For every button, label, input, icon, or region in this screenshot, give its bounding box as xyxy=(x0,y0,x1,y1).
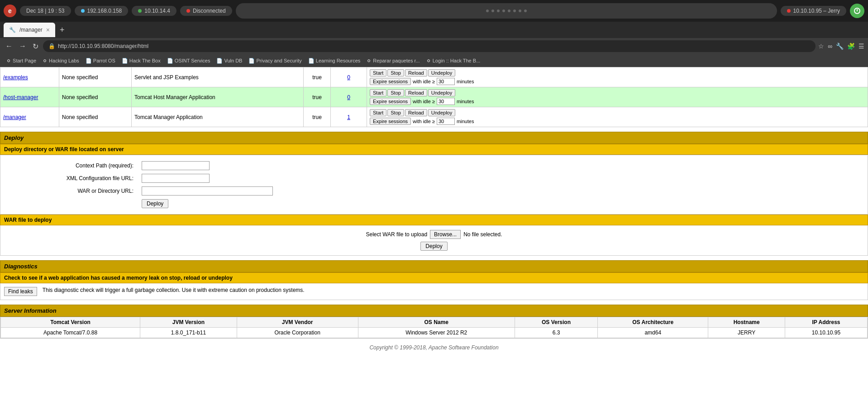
manager-link[interactable]: /manager xyxy=(3,114,26,120)
deploy-form-table: Context Path (required): XML Configurati… xyxy=(0,155,868,214)
hostmanager-sessions[interactable]: 0 xyxy=(347,94,350,100)
hostmanager-undeploy-button[interactable]: Undeploy xyxy=(428,89,455,96)
bookmark-learning[interactable]: 📄 Learning Resources xyxy=(305,57,363,65)
bookmark-login[interactable]: ⭘ Login :: Hack The B... xyxy=(424,57,483,64)
examples-expire-button[interactable]: Expire sessions xyxy=(370,78,411,85)
hostmanager-idle-input[interactable] xyxy=(437,98,455,105)
ip2-label: 10.10.14.4 xyxy=(144,8,170,14)
hostmanager-expire-button[interactable]: Expire sessions xyxy=(370,98,411,105)
bookmark-startpage[interactable]: ⭘ Start Page xyxy=(4,57,39,64)
datetime-pill: Dec 18 | 19 : 53 xyxy=(20,6,71,16)
examples-start-button[interactable]: Start xyxy=(370,69,386,76)
menu-icon[interactable]: ☰ xyxy=(858,43,864,50)
examples-with-idle-label: with idle ≥ xyxy=(413,79,435,84)
datetime-label: Dec 18 | 19 : 53 xyxy=(26,8,65,14)
manager-description: Tomcat Manager Application xyxy=(134,114,203,120)
bookmarks-bar: ⭘ Start Page ⭘ Hacking Labs 📄 Parrot OS … xyxy=(0,54,868,67)
hostmanager-minutes-label: minutes xyxy=(457,99,474,104)
bookmark-privacy[interactable]: 📄 Privacy and Security xyxy=(246,57,304,65)
hostmanager-description: Tomcat Host Manager Application xyxy=(134,94,215,100)
no-file-label: No file selected. xyxy=(463,231,502,238)
hostname-value: JERRY xyxy=(708,328,785,338)
os-version-value: 6.3 xyxy=(515,328,597,338)
manager-start-button[interactable]: Start xyxy=(370,109,386,116)
examples-expire-row: Expire sessions with idle ≥ minutes xyxy=(370,78,865,85)
find-leaks-button[interactable]: Find leaks xyxy=(4,287,37,296)
server-info-title: Server Information xyxy=(4,307,57,314)
manager-with-idle-label: with idle ≥ xyxy=(413,119,435,124)
server-info-section: Server Information Tomcat Version JVM Ve… xyxy=(0,305,868,339)
hostmanager-running: true xyxy=(312,94,322,100)
examples-reload-button[interactable]: Reload xyxy=(405,69,427,76)
reload-button[interactable]: ↻ xyxy=(31,41,40,52)
manager-idle-input[interactable] xyxy=(437,118,455,125)
bookmark-star-icon[interactable]: ☆ xyxy=(818,43,824,50)
back-button[interactable]: ← xyxy=(4,41,14,51)
war-deploy-button[interactable]: Deploy xyxy=(420,242,447,251)
manager-expire-button[interactable]: Expire sessions xyxy=(370,118,411,125)
context-path-label: Context Path (required): xyxy=(76,162,134,169)
hostmanager-start-button[interactable]: Start xyxy=(370,89,386,96)
examples-sessions[interactable]: 0 xyxy=(347,74,350,81)
new-tab-button[interactable]: + xyxy=(57,25,67,35)
diagnostics-section-header: Diagnostics xyxy=(0,260,868,272)
war-url-input[interactable] xyxy=(142,186,273,196)
bookmark-hackinglabs[interactable]: ⭘ Hacking Labs xyxy=(40,57,82,64)
hostmanager-displayname: None specified xyxy=(62,94,98,100)
examples-idle-input[interactable] xyxy=(437,78,455,85)
manager-displayname: None specified xyxy=(62,114,98,120)
hostmanager-link[interactable]: /host-manager xyxy=(3,94,38,100)
col-os-architecture: OS Architecture xyxy=(598,317,708,328)
tools-icon[interactable]: 🔧 xyxy=(836,43,844,50)
manager-expire-row: Expire sessions with idle ≥ minutes xyxy=(370,118,865,125)
deploy-server-button[interactable]: Deploy xyxy=(142,199,168,208)
browse-button[interactable]: Browse... xyxy=(430,230,461,239)
tab-close-button[interactable]: × xyxy=(46,26,50,33)
examples-displayname: None specified xyxy=(62,74,98,81)
hostmanager-reload-button[interactable]: Reload xyxy=(405,89,427,96)
hostmanager-expire-row: Expire sessions with idle ≥ minutes xyxy=(370,98,865,105)
examples-description: Servlet and JSP Examples xyxy=(134,74,199,81)
examples-minutes-label: minutes xyxy=(457,79,474,84)
ip2-pill: 10.10.14.4 xyxy=(132,6,176,16)
bookmark-osint[interactable]: 📄 OSINT Services xyxy=(164,57,213,65)
col-os-version: OS Version xyxy=(515,317,597,328)
col-jvm-version: JVM Version xyxy=(140,317,237,328)
manager-stop-button[interactable]: Stop xyxy=(387,109,404,116)
forward-button[interactable]: → xyxy=(17,41,28,51)
xml-config-input[interactable] xyxy=(142,174,210,183)
active-tab[interactable]: 🔧 /manager × xyxy=(4,23,55,37)
vpn-status-dot xyxy=(186,9,190,13)
server-info-header-row: Tomcat Version JVM Version JVM Vendor OS… xyxy=(1,317,868,328)
manager-reload-button[interactable]: Reload xyxy=(405,109,427,116)
hostmanager-actions: Start Stop Reload Undeploy xyxy=(370,89,865,96)
deploy-server-subtitle: Deploy directory or WAR file located on … xyxy=(4,146,124,153)
col-os-name: OS Name xyxy=(358,317,515,328)
examples-undeploy-button[interactable]: Undeploy xyxy=(428,69,455,76)
bookmark-hackthebox[interactable]: 📄 Hack The Box xyxy=(119,57,163,65)
jvm-vendor-value: Oracle Corporation xyxy=(237,328,358,338)
diagnostics-description: This diagnostic check will trigger a ful… xyxy=(43,287,305,293)
bookmark-reparar[interactable]: ⭘ Reparar paquetes r... xyxy=(364,57,422,64)
manager-sessions[interactable]: 1 xyxy=(347,114,350,120)
bookmark-vulndb[interactable]: 📄 Vuln DB xyxy=(214,57,245,65)
address-bar[interactable]: 🔒 http://10.10.10.95:8080/manager/html xyxy=(43,40,816,52)
deploy-btn-row: Deploy xyxy=(1,198,867,210)
war-deploy-section: Select WAR file to upload Browse... No f… xyxy=(0,225,868,256)
reading-mode-icon[interactable]: ∞ xyxy=(828,43,832,50)
tab-favicon: 🔧 xyxy=(9,27,16,33)
hostmanager-with-idle-label: with idle ≥ xyxy=(413,99,435,104)
bookmark-parrotos[interactable]: 📄 Parrot OS xyxy=(83,57,118,65)
examples-link[interactable]: /examples xyxy=(3,74,28,81)
hostmanager-stop-button[interactable]: Stop xyxy=(387,89,404,96)
col-hostname: Hostname xyxy=(708,317,785,328)
power-button[interactable] xyxy=(850,4,864,18)
deploy-section: Deploy Deploy directory or WAR file loca… xyxy=(0,132,868,256)
extensions-icon[interactable]: 🧩 xyxy=(847,43,855,50)
war-deploy-content: Select WAR file to upload Browse... No f… xyxy=(0,225,868,255)
context-path-input[interactable] xyxy=(142,161,210,170)
diagnostics-content: Find leaks This diagnostic check will tr… xyxy=(0,283,868,300)
examples-stop-button[interactable]: Stop xyxy=(387,69,404,76)
manager-undeploy-button[interactable]: Undeploy xyxy=(428,109,455,116)
manager-actions: Start Stop Reload Undeploy xyxy=(370,109,865,116)
